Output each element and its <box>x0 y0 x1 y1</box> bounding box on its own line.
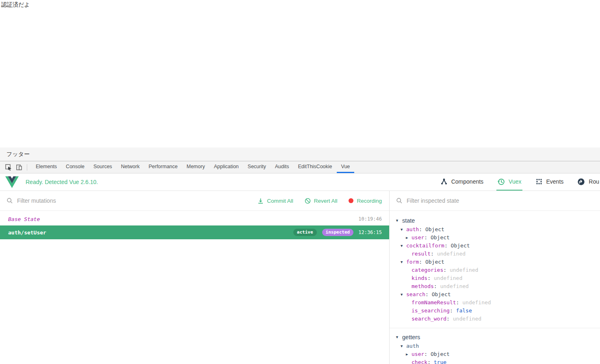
search-icon <box>6 197 13 204</box>
devtools-tab-vue[interactable]: Vue <box>337 161 355 173</box>
devtools-tab-security[interactable]: Security <box>243 161 271 173</box>
devtools-tab-console[interactable]: Console <box>61 161 89 173</box>
tree-node-form[interactable]: ▼form: Object <box>390 258 600 266</box>
tree-value: true <box>434 358 446 364</box>
devtools-tab-application[interactable]: Application <box>209 161 243 173</box>
devtools-tab-elements[interactable]: Elements <box>31 161 61 173</box>
chevron-down-icon[interactable]: ▼ <box>401 242 406 250</box>
page-auth-text: 認証済だよ <box>0 0 600 9</box>
devtools-tab-editthiscookie[interactable]: EditThisCookie <box>293 161 336 173</box>
devtools-tool-icons <box>0 161 31 173</box>
tree-node-user[interactable]: ▶user: Object <box>390 350 600 358</box>
mutation-history-list: Base State 10:19:46 auth/setUser active … <box>0 211 389 364</box>
vue-tab-events[interactable]: Events <box>535 173 565 191</box>
vue-tab-router[interactable]: Rou <box>576 173 600 191</box>
tree-node-user[interactable]: ▶user: Object <box>390 234 600 242</box>
tree-node-check[interactable]: check: true <box>390 358 600 364</box>
recording-toggle[interactable]: Recording <box>349 198 382 204</box>
search-icon <box>396 197 403 204</box>
components-icon <box>440 178 448 185</box>
mutation-badges: active inspected <box>293 229 353 236</box>
tree-colon: : <box>446 315 453 323</box>
tree-colon: : <box>424 234 431 242</box>
commit-all-label: Commit All <box>267 198 293 204</box>
tree-colon: : <box>424 350 431 358</box>
tree-value: undefined <box>440 282 468 290</box>
filter-inspected-state-input[interactable] <box>407 197 593 204</box>
tree-node-is_searching[interactable]: is_searching: false <box>390 307 600 315</box>
mutation-time: 10:19:46 <box>358 216 382 222</box>
devtools-tab-network[interactable]: Network <box>117 161 144 173</box>
vuex-panel-body: Commit All Revert All Recordi <box>0 191 600 364</box>
tree-node-auth[interactable]: ▼auth: Object <box>390 225 600 234</box>
vue-status-text: Ready. Detected Vue 2.6.10. <box>26 173 98 191</box>
active-badge: active <box>293 229 317 236</box>
tree-value: Object <box>432 290 451 299</box>
tree-node-result[interactable]: result: undefined <box>390 250 600 258</box>
tree-key: search <box>406 290 425 299</box>
inspected-state-panel: ▼state▼auth: Object▶user: Object▼cocktai… <box>390 191 600 364</box>
tree-colon: : <box>419 258 425 266</box>
tree-value: Object <box>431 350 450 358</box>
tree-colon: : <box>450 307 456 315</box>
tree-key: auth <box>406 342 419 350</box>
tree-value: undefined <box>434 274 462 282</box>
browser-page: 認証済だよ <box>0 0 600 147</box>
tree-key: search_word <box>412 315 446 323</box>
tree-node-auth[interactable]: ▼auth <box>390 342 600 350</box>
devtools-tab-memory[interactable]: Memory <box>182 161 209 173</box>
mutations-filter-bar: Commit All Revert All Recordi <box>0 191 389 211</box>
tree-key: check <box>412 358 427 364</box>
vue-devtools-header: Ready. Detected Vue 2.6.10. Components <box>0 173 600 191</box>
device-toolbar-icon[interactable] <box>14 162 24 172</box>
tree-colon: : <box>443 266 450 274</box>
tree-section-title: getters <box>402 334 420 340</box>
chevron-right-icon[interactable]: ▶ <box>406 350 412 358</box>
tree-key: user <box>412 234 424 242</box>
tree-node-methods[interactable]: methods: undefined <box>390 282 600 290</box>
chevron-down-icon[interactable]: ▼ <box>401 225 406 234</box>
vue-nav: Components Vuex <box>440 173 600 191</box>
state-filter-bar <box>390 191 600 211</box>
vue-logo-icon <box>5 173 19 191</box>
mutation-label: Base State <box>8 216 40 222</box>
tree-node-search[interactable]: ▼search: Object <box>390 290 600 299</box>
devtools-tab-audits[interactable]: Audits <box>271 161 294 173</box>
tree-section-getters: ▼getters▼auth▶user: Objectcheck: true <box>390 328 600 364</box>
tree-node-fromNameResult[interactable]: fromNameResult: undefined <box>390 299 600 307</box>
tree-section-header-state[interactable]: ▼state <box>390 216 600 225</box>
mutation-row-auth-setuser[interactable]: auth/setUser active inspected 12:36:15 <box>0 225 389 239</box>
revert-all-button[interactable]: Revert All <box>305 198 338 204</box>
filter-mutations-input[interactable] <box>17 197 258 204</box>
mutation-row-base-state[interactable]: Base State 10:19:46 <box>0 212 389 225</box>
tree-node-cocktailform[interactable]: ▼cocktailform: Object <box>390 242 600 250</box>
commit-all-button[interactable]: Commit All <box>258 198 293 204</box>
devtools-tab-performance[interactable]: Performance <box>144 161 182 173</box>
vue-tab-components[interactable]: Components <box>440 173 484 191</box>
tree-colon: : <box>434 282 440 290</box>
chevron-down-icon[interactable]: ▼ <box>401 258 406 266</box>
tree-node-kinds[interactable]: kinds: undefined <box>390 274 600 282</box>
commit-icon <box>258 198 264 204</box>
chevron-right-icon[interactable]: ▶ <box>406 234 412 242</box>
events-dots-icon <box>535 178 543 185</box>
tree-node-search_word[interactable]: search_word: undefined <box>390 315 600 323</box>
router-icon <box>577 178 585 186</box>
inspect-element-icon[interactable] <box>3 162 14 172</box>
chevron-down-icon[interactable]: ▼ <box>401 342 406 350</box>
vuex-history-icon <box>497 178 505 186</box>
vue-tab-vuex[interactable]: Vuex <box>496 173 522 191</box>
tree-node-categories[interactable]: categories: undefined <box>390 266 600 274</box>
tree-key: auth <box>406 225 419 234</box>
chevron-down-icon[interactable]: ▼ <box>395 219 401 223</box>
tree-key: is_searching <box>412 307 450 315</box>
devtools-tab-sources[interactable]: Sources <box>89 161 117 173</box>
tree-section-header-getters[interactable]: ▼getters <box>390 332 600 342</box>
chevron-down-icon[interactable]: ▼ <box>395 335 401 339</box>
devtools-tabbar-tabs: ElementsConsoleSourcesNetworkPerformance… <box>31 161 354 173</box>
tree-key: result <box>412 250 431 258</box>
tree-colon: : <box>427 358 434 364</box>
chevron-down-icon[interactable]: ▼ <box>401 290 406 299</box>
state-tree: ▼state▼auth: Object▶user: Object▼cocktai… <box>390 211 600 364</box>
mutations-actions: Commit All Revert All Recordi <box>258 198 382 204</box>
